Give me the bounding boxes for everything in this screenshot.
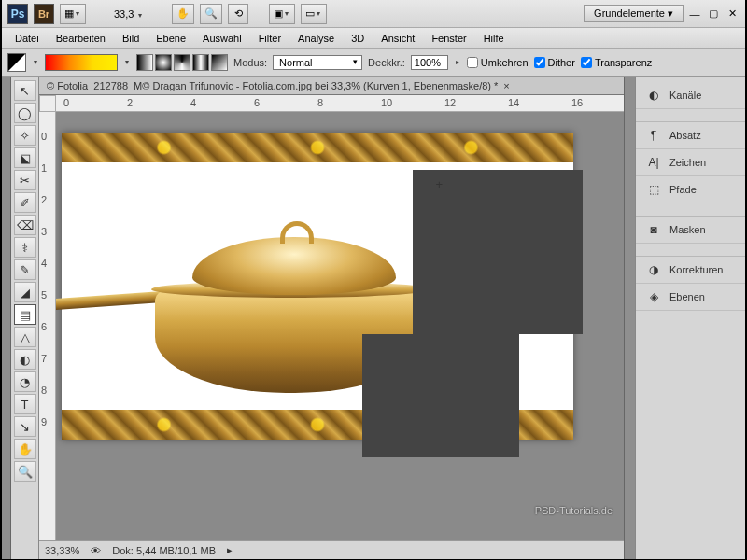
paths-icon: ⬚ xyxy=(645,182,662,197)
blend-mode-dropdown[interactable]: Normal xyxy=(273,55,362,70)
panel-channels[interactable]: ◐Kanäle xyxy=(636,82,745,109)
gradient-linear[interactable] xyxy=(136,54,153,71)
panel-adjustments[interactable]: ◑Korrekturen xyxy=(636,257,745,284)
mode-label: Modus: xyxy=(233,57,267,68)
eyedropper-tool[interactable]: ✐ xyxy=(14,192,36,213)
menu-select[interactable]: Auswahl xyxy=(195,31,249,46)
pen-tool[interactable]: ◔ xyxy=(14,371,36,392)
gradient-radial[interactable] xyxy=(155,54,172,71)
menu-window[interactable]: Fenster xyxy=(424,31,473,46)
menu-3d[interactable]: 3D xyxy=(344,31,372,46)
masks-icon: ◙ xyxy=(645,222,662,237)
brush-tool[interactable]: ⚕ xyxy=(14,237,36,258)
canvas[interactable]: + xyxy=(62,133,573,440)
path-select-tool[interactable]: ↘ xyxy=(14,416,36,437)
character-icon: A| xyxy=(645,155,662,170)
gradient-reflected[interactable] xyxy=(192,54,209,71)
close-button[interactable]: ✕ xyxy=(725,7,740,21)
panel-paragraph[interactable]: ¶Absatz xyxy=(636,122,745,149)
gradient-preview[interactable] xyxy=(45,54,118,71)
menu-edit[interactable]: Bearbeiten xyxy=(49,31,113,46)
panel-layers[interactable]: ◈Ebenen xyxy=(636,284,745,311)
layer-mask-region-2 xyxy=(362,334,519,457)
adjustments-icon: ◑ xyxy=(645,262,662,277)
menubar: Datei Bearbeiten Bild Ebene Auswahl Filt… xyxy=(2,28,745,49)
opacity-input[interactable]: 100% xyxy=(411,55,448,70)
ornate-border-top xyxy=(62,133,573,162)
panels-column: ◐Kanäle ¶Absatz A|Zeichen ⬚Pfade ◙Masken… xyxy=(635,77,745,559)
workspace-switcher[interactable]: Grundelemente ▾ xyxy=(584,5,684,22)
lasso-tool[interactable]: ✧ xyxy=(14,125,36,146)
hand-tool-shortcut[interactable]: ✋ xyxy=(172,4,194,24)
layers-icon: ◈ xyxy=(645,289,662,304)
channels-icon: ◐ xyxy=(645,88,662,103)
menu-layer[interactable]: Ebene xyxy=(148,31,193,46)
arrange-documents-button[interactable]: ▣▾ xyxy=(269,4,295,24)
hand-tool[interactable]: ✋ xyxy=(14,439,36,459)
menu-help[interactable]: Hilfe xyxy=(476,31,512,46)
tab-close-icon[interactable]: × xyxy=(503,80,509,91)
zoom-tool-shortcut[interactable]: 🔍 xyxy=(200,4,222,24)
slice-tool[interactable]: ✂ xyxy=(14,170,36,190)
layer-mask-region-1 xyxy=(413,170,583,334)
status-doc-info[interactable]: Dok: 5,44 MB/10,1 MB xyxy=(112,545,216,556)
document-title: © Fotolia_212788_M© Dragan Trifunovic - … xyxy=(47,80,498,91)
watermark: PSD-Tutorials.de xyxy=(535,505,613,516)
minimize-button[interactable]: — xyxy=(687,7,702,21)
statusbar: 33,33% 👁 Dok: 5,44 MB/10,1 MB ▸ xyxy=(39,540,624,559)
gradient-angle[interactable] xyxy=(174,54,190,71)
tool-preset-picker[interactable] xyxy=(7,53,26,72)
menu-analysis[interactable]: Analyse xyxy=(290,31,342,46)
eraser-tool[interactable]: ◢ xyxy=(14,282,36,302)
opacity-label: Deckkr.: xyxy=(368,57,405,68)
maximize-button[interactable]: ▢ xyxy=(706,7,721,21)
panel-masks[interactable]: ◙Masken xyxy=(636,217,745,244)
document-tab[interactable]: © Fotolia_212788_M© Dragan Trifunovic - … xyxy=(39,77,624,95)
type-tool[interactable]: T xyxy=(14,394,36,414)
dodge-tool[interactable]: ◐ xyxy=(14,349,36,370)
titlebar: Ps Br ▦▾ 33,3 ▾ ✋ 🔍 ⟲ ▣▾ ▭▾ Grundelement… xyxy=(2,0,745,28)
zoom-tool[interactable]: 🔍 xyxy=(14,461,36,482)
screen-mode-button[interactable]: ▭▾ xyxy=(301,4,327,24)
menu-filter[interactable]: Filter xyxy=(251,31,289,46)
ruler-horizontal[interactable]: 0246810121416 xyxy=(56,95,624,112)
menu-image[interactable]: Bild xyxy=(115,31,147,46)
panel-paths[interactable]: ⬚Pfade xyxy=(636,176,745,203)
canvas-viewport[interactable]: + PSD-Tutorials.de xyxy=(56,112,624,540)
pot-lid xyxy=(192,237,396,295)
status-zoom[interactable]: 33,33% xyxy=(45,545,79,556)
toolbox: ↖ ◯ ✧ ⬕ ✂ ✐ ⌫ ⚕ ✎ ◢ ▤ △ ◐ ◔ T ↘ ✋ 🔍 xyxy=(11,77,39,559)
ruler-vertical[interactable]: 0123456789 xyxy=(39,112,56,540)
crop-tool[interactable]: ⬕ xyxy=(14,147,36,168)
photoshop-logo: Ps xyxy=(7,4,28,24)
cursor-crosshair-icon: + xyxy=(435,177,443,191)
opacity-flyout[interactable]: ▸ xyxy=(456,58,459,66)
invert-checkbox[interactable]: Umkehren xyxy=(467,57,529,68)
gradient-type-group xyxy=(136,54,228,71)
zoom-level[interactable]: 33,3 ▾ xyxy=(106,8,151,20)
right-dock-strip[interactable] xyxy=(624,77,635,559)
marquee-tool[interactable]: ◯ xyxy=(14,103,36,123)
options-bar: ▾ ▾ Modus: Normal Deckkr.: 100% ▸ Umkehr… xyxy=(2,49,745,77)
dither-checkbox[interactable]: Dither xyxy=(534,57,575,68)
rotate-view-shortcut[interactable]: ⟲ xyxy=(228,4,248,24)
stamp-tool[interactable]: ✎ xyxy=(14,259,36,280)
menu-file[interactable]: Datei xyxy=(7,31,47,46)
move-tool[interactable]: ↖ xyxy=(14,80,36,101)
gradient-tool[interactable]: ▤ xyxy=(14,304,36,325)
ruler-origin[interactable] xyxy=(39,95,56,112)
paragraph-icon: ¶ xyxy=(645,128,662,143)
healing-tool[interactable]: ⌫ xyxy=(14,215,36,235)
pot-knob xyxy=(280,221,314,244)
status-flyout-icon[interactable]: ▸ xyxy=(227,544,233,556)
blur-tool[interactable]: △ xyxy=(14,327,36,347)
left-dock-strip[interactable] xyxy=(2,77,11,559)
view-extras-button[interactable]: ▦▾ xyxy=(60,4,86,24)
gradient-diamond[interactable] xyxy=(211,54,228,71)
document-area: © Fotolia_212788_M© Dragan Trifunovic - … xyxy=(39,77,624,559)
transparency-checkbox[interactable]: Transparenz xyxy=(581,57,652,68)
bridge-logo[interactable]: Br xyxy=(34,4,54,24)
menu-view[interactable]: Ansicht xyxy=(374,31,422,46)
app-window: Ps Br ▦▾ 33,3 ▾ ✋ 🔍 ⟲ ▣▾ ▭▾ Grundelement… xyxy=(2,0,745,559)
panel-character[interactable]: A|Zeichen xyxy=(636,149,745,176)
